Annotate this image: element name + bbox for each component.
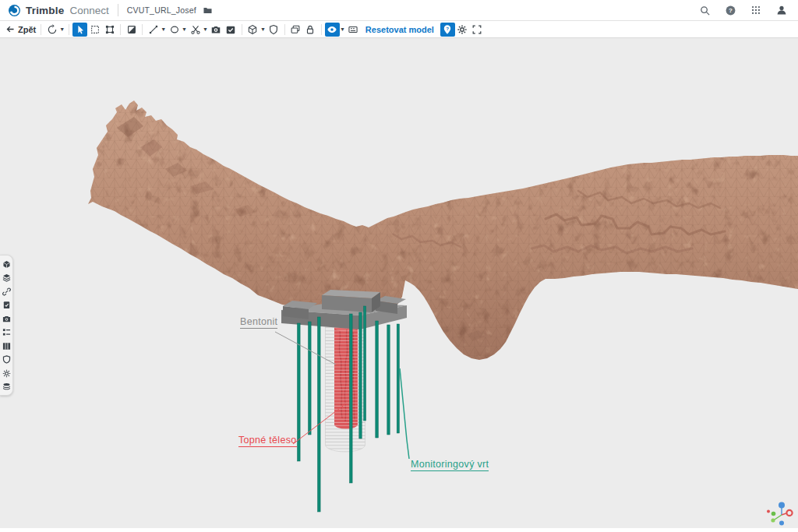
model-3d-scene[interactable]	[0, 38, 798, 528]
link-icon	[2, 287, 11, 296]
folder-icon[interactable]	[203, 5, 213, 16]
section-cut-tool-button[interactable]	[188, 23, 203, 37]
orbit-icon	[47, 24, 58, 35]
table-icon	[2, 342, 11, 351]
toolbar-divider	[120, 24, 121, 35]
shield-icon	[2, 355, 11, 364]
toolbar-divider	[242, 24, 242, 35]
contrast-tool-button[interactable]	[124, 23, 139, 37]
back-button[interactable]: Zpět	[4, 24, 37, 34]
images-icon	[290, 24, 301, 35]
marquee-select-tool-button[interactable]	[87, 23, 102, 37]
bottom-strip	[0, 528, 798, 532]
shape-dropdown-caret[interactable]: ▼	[182, 26, 187, 32]
sidebar-item-stack[interactable]	[2, 382, 11, 392]
section-cut-dropdown-caret[interactable]: ▼	[203, 26, 208, 32]
annotation-monitoring-well[interactable]: Monitoringový vrt	[411, 459, 489, 471]
eye-icon	[327, 24, 337, 35]
shield-icon	[268, 24, 279, 35]
measure-dropdown-caret[interactable]: ▼	[161, 26, 166, 32]
project-name[interactable]: CVUT_URL_Josef	[127, 5, 196, 15]
snapshot-markup-tool-button[interactable]	[224, 23, 238, 37]
toolbar-divider	[284, 24, 285, 35]
camera-check-icon	[225, 24, 236, 35]
help-marker-tool-button[interactable]: ?	[440, 23, 455, 37]
sidebar-item-settings[interactable]	[2, 368, 11, 378]
trimble-connect-app: Trimble Connect CVUT_URL_Josef ?	[0, 0, 798, 532]
transform-tool-button[interactable]	[102, 23, 117, 37]
orbit-dropdown-caret[interactable]: ▼	[59, 26, 65, 32]
terrain-mesh[interactable]	[78, 93, 798, 373]
apps-grid-icon[interactable]	[749, 3, 763, 17]
settings-tool-button[interactable]	[455, 23, 470, 37]
lock-tool-button[interactable]	[303, 23, 318, 37]
measure-icon	[148, 24, 159, 35]
camera-icon	[2, 315, 11, 323]
snapshot-tool-button[interactable]	[209, 23, 224, 37]
main-toolbar: Zpět ▼ ▼ ▼ ▼	[0, 21, 798, 38]
scissors-icon	[190, 24, 201, 35]
protect-tool-button[interactable]	[267, 23, 281, 37]
shape-tool-button[interactable]	[167, 23, 182, 37]
model-box-tool-button[interactable]	[245, 23, 260, 37]
toolbar-divider	[41, 24, 41, 35]
toolbar-divider	[321, 24, 322, 35]
annotation-heater[interactable]: Topné těleso	[238, 435, 297, 447]
model-box-dropdown-caret[interactable]: ▼	[260, 26, 266, 32]
layers-icon	[2, 273, 11, 282]
brand-primary: Trimble	[26, 5, 64, 16]
gear-icon	[457, 24, 468, 35]
cursor-icon	[75, 24, 86, 35]
back-label: Zpět	[18, 25, 36, 34]
screen-icon	[348, 24, 358, 35]
sidebar-item-snapshots[interactable]	[2, 314, 11, 323]
toolbar-divider	[69, 24, 69, 35]
visibility-tool-button[interactable]	[325, 23, 340, 37]
visibility-dropdown-caret[interactable]: ▼	[340, 26, 345, 32]
sidebar-item-layers[interactable]	[2, 273, 11, 283]
reset-model-link[interactable]: Resetovat model	[365, 25, 434, 34]
measure-tool-button[interactable]	[146, 23, 161, 37]
orientation-gizmo[interactable]	[767, 502, 793, 526]
marquee-icon	[90, 24, 101, 35]
back-arrow-icon	[5, 24, 16, 34]
sidebar-item-list[interactable]	[2, 328, 11, 337]
fullscreen-tool-button[interactable]	[470, 23, 485, 37]
svg-text:?: ?	[729, 7, 733, 14]
todo-list-icon	[2, 328, 11, 336]
sidebar-item-links[interactable]	[2, 287, 11, 296]
camera-icon	[210, 24, 221, 35]
toolbar-divider	[142, 24, 143, 35]
select-tool-button[interactable]	[72, 23, 87, 37]
sidebar-item-shield[interactable]	[2, 355, 11, 365]
fullscreen-icon	[471, 24, 482, 35]
stack-icon	[2, 382, 11, 391]
marker-question-icon: ?	[442, 24, 453, 35]
heating-element[interactable]	[334, 323, 358, 429]
brand-secondary: Connect	[69, 5, 108, 16]
viewer-side-toolbar	[0, 255, 13, 396]
transform-icon	[104, 24, 115, 35]
trimble-logo	[8, 4, 21, 17]
sidebar-item-todos[interactable]	[2, 301, 11, 310]
images-tool-button[interactable]	[288, 23, 303, 37]
app-header: Trimble Connect CVUT_URL_Josef ?	[0, 0, 798, 21]
sidebar-item-table[interactable]	[2, 341, 11, 351]
user-avatar-icon[interactable]	[775, 3, 789, 17]
help-icon[interactable]: ?	[723, 3, 737, 17]
lock-icon	[305, 24, 316, 35]
annotation-bentonite[interactable]: Bentonit	[240, 316, 277, 329]
gear-icon	[2, 369, 11, 378]
clipboard-check-icon	[2, 301, 11, 309]
circle-icon	[169, 24, 180, 35]
brand[interactable]: Trimble Connect	[8, 4, 109, 17]
search-icon[interactable]	[697, 3, 711, 17]
orbit-tool-button[interactable]	[44, 23, 59, 37]
sidebar-item-models[interactable]	[2, 259, 11, 269]
panel-tool-button[interactable]	[346, 23, 361, 37]
cube-icon	[2, 260, 11, 269]
box-3d-icon	[247, 24, 258, 35]
model-viewport[interactable]: Bentonit Topné těleso Monitoringový vrt	[0, 38, 798, 528]
header-divider	[118, 4, 118, 16]
svg-text:?: ?	[447, 25, 450, 30]
